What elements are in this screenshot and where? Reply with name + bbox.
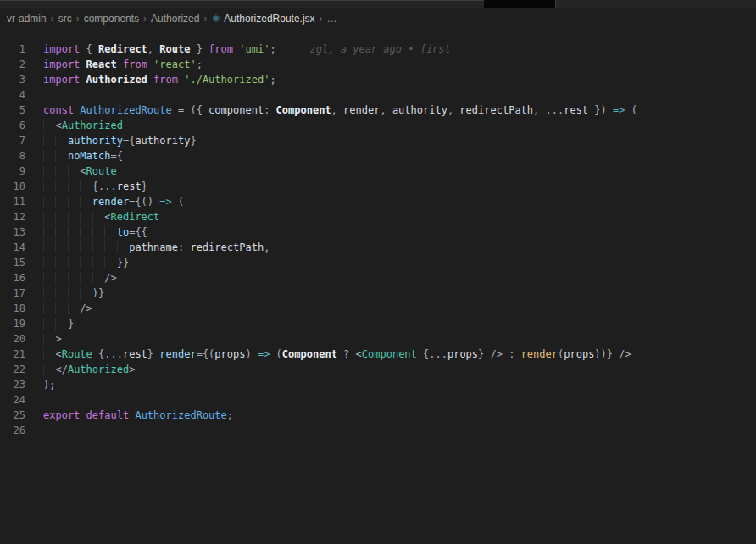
- code-line[interactable]: 7 authority={authority}: [0, 133, 756, 148]
- line-number[interactable]: 7: [0, 133, 25, 148]
- code-line[interactable]: 5const AuthorizedRoute = ({ component: C…: [0, 103, 756, 118]
- indent-guide: [80, 241, 92, 253]
- code-line[interactable]: 4: [0, 87, 756, 103]
- code-token: <: [356, 348, 362, 360]
- indent-guide: [55, 180, 67, 192]
- line-number[interactable]: 6: [0, 118, 25, 133]
- code-token: props: [447, 348, 478, 360]
- code-line[interactable]: 19 }: [0, 316, 756, 331]
- indent-guide: [43, 196, 55, 208]
- breadcrumb-item[interactable]: Authorized: [151, 13, 199, 25]
- line-number[interactable]: 23: [0, 377, 25, 392]
- line-number[interactable]: 9: [0, 164, 25, 179]
- line-number[interactable]: 12: [0, 209, 25, 225]
- tab-bar[interactable]: [0, 0, 756, 8]
- code-token: =>: [258, 348, 270, 360]
- code-line[interactable]: 25export default AuthorizedRoute;: [0, 408, 756, 423]
- code-line[interactable]: 13 to={{: [0, 225, 756, 240]
- indent-guide: [43, 165, 55, 177]
- breadcrumb-item[interactable]: components: [84, 13, 139, 25]
- code-text: <Authorized: [43, 118, 123, 133]
- line-number[interactable]: 5: [0, 103, 25, 118]
- line-number[interactable]: 25: [0, 408, 25, 423]
- line-number[interactable]: 11: [0, 194, 25, 209]
- code-line[interactable]: 17 )}: [0, 286, 756, 301]
- code-token: ))} />: [594, 348, 631, 360]
- line-number[interactable]: 24: [0, 392, 25, 408]
- code-line[interactable]: 10 {...rest}: [0, 179, 756, 194]
- code-line[interactable]: 12 <Redirect: [0, 209, 756, 225]
- code-token: export: [43, 409, 80, 421]
- indent-guide: [80, 226, 92, 238]
- breadcrumb-item[interactable]: src: [58, 13, 72, 25]
- code-line[interactable]: 21 <Route {...rest} render={(props) => (…: [0, 347, 756, 362]
- code-line[interactable]: 24: [0, 392, 756, 408]
- code-token: }: [147, 348, 159, 360]
- breadcrumb: vr-admin›src›components›Authorized›⚛Auth…: [0, 8, 756, 29]
- line-number[interactable]: 21: [0, 347, 25, 362]
- code-line[interactable]: 22 </Authorized>: [0, 362, 756, 377]
- code-line[interactable]: 2import React from 'react';: [0, 57, 756, 72]
- code-token: {...: [417, 348, 447, 360]
- code-line[interactable]: 26: [0, 423, 756, 438]
- code-token: ;: [227, 409, 233, 421]
- code-token: ): [245, 348, 257, 360]
- code-text: />: [43, 270, 117, 286]
- code-line[interactable]: 3import Authorized from './Authorized';: [0, 72, 756, 87]
- line-number[interactable]: 19: [0, 316, 25, 331]
- code-editor[interactable]: 1import { Redirect, Route } from 'umi';z…: [0, 29, 756, 438]
- line-number[interactable]: 26: [0, 423, 25, 438]
- code-line[interactable]: 20 >: [0, 331, 756, 347]
- line-number[interactable]: 8: [0, 148, 25, 164]
- code-line[interactable]: 1import { Redirect, Route } from 'umi';z…: [0, 42, 756, 57]
- code-token: :: [178, 241, 190, 253]
- line-number[interactable]: 13: [0, 225, 25, 240]
- code-token: )}: [92, 287, 104, 299]
- line-number[interactable]: 22: [0, 362, 25, 377]
- indent-guide: [68, 180, 80, 192]
- tab-bar-border: [0, 0, 484, 1]
- line-number[interactable]: 14: [0, 240, 25, 255]
- code-text: >: [43, 331, 62, 347]
- code-text: to={{: [43, 225, 147, 240]
- vscode-window: vr-admin›src›components›Authorized›⚛Auth…: [0, 0, 756, 544]
- line-number[interactable]: 18: [0, 301, 25, 316]
- code-line[interactable]: 11 render={() => (: [0, 194, 756, 209]
- tab-segment-active[interactable]: [484, 0, 555, 8]
- code-text: <Route: [43, 164, 117, 179]
- line-number[interactable]: 17: [0, 286, 25, 301]
- code-token: Component: [362, 348, 417, 360]
- indent-guide: [92, 226, 104, 238]
- code-line[interactable]: 15 }}: [0, 255, 756, 270]
- indent-guide: [55, 211, 67, 223]
- code-line[interactable]: 6 <Authorized: [0, 118, 756, 133]
- code-line[interactable]: 18 />: [0, 301, 756, 316]
- indent-guide: [80, 257, 92, 269]
- code-line[interactable]: 9 <Route: [0, 164, 756, 179]
- code-token: [80, 74, 86, 86]
- code-line[interactable]: 14 pathname: redirectPath,: [0, 240, 756, 255]
- indent-guide: [43, 257, 55, 269]
- code-text: import { Redirect, Route } from 'umi';zg…: [43, 42, 451, 57]
- code-token: ,: [147, 43, 159, 55]
- react-icon: ⚛: [211, 13, 220, 25]
- code-text: render={() => (: [43, 194, 184, 209]
- line-number[interactable]: 16: [0, 270, 25, 286]
- line-number[interactable]: 1: [0, 42, 25, 57]
- code-line[interactable]: 16 />: [0, 270, 756, 286]
- code-text: noMatch={: [43, 148, 123, 164]
- code-token: rest: [564, 104, 588, 116]
- indent-guide: [43, 150, 55, 162]
- breadcrumb-item[interactable]: vr-admin: [7, 13, 47, 25]
- code-line[interactable]: 8 noMatch={: [0, 148, 756, 164]
- line-number[interactable]: 10: [0, 179, 25, 194]
- breadcrumb-file[interactable]: AuthorizedRoute.jsx: [224, 13, 314, 25]
- line-number[interactable]: 20: [0, 331, 25, 347]
- line-number[interactable]: 15: [0, 255, 25, 270]
- line-number[interactable]: 4: [0, 87, 25, 103]
- breadcrumb-overflow[interactable]: …: [327, 13, 337, 25]
- code-line[interactable]: 23);: [0, 377, 756, 392]
- line-number[interactable]: 3: [0, 72, 25, 87]
- line-number[interactable]: 2: [0, 57, 25, 72]
- indent-guide: [68, 287, 80, 299]
